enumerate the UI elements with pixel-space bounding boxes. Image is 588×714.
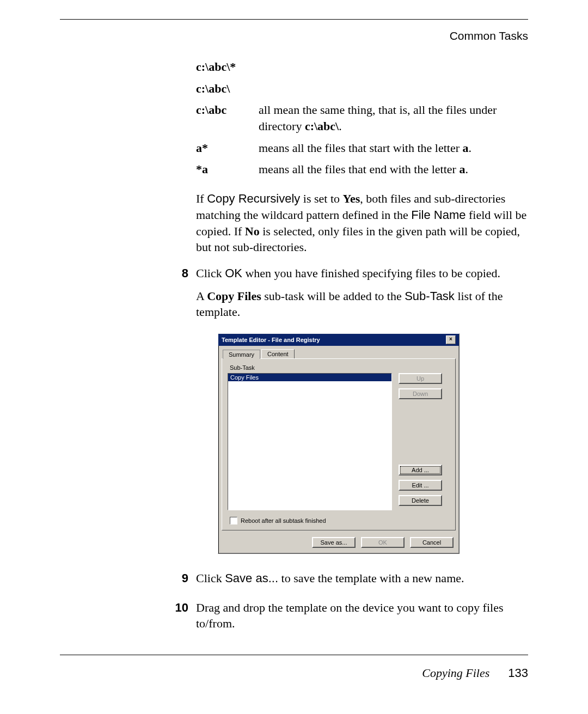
step-number: 8 <box>172 265 188 327</box>
subtask-list[interactable]: Copy Files <box>228 373 392 510</box>
reboot-checkbox[interactable] <box>230 517 237 524</box>
step-9: 9 Click Save as... to save the template … <box>196 570 528 593</box>
edit-button[interactable]: Edit ... <box>399 480 442 491</box>
dialog-titlebar[interactable]: Template Editor - File and Registry × <box>218 334 459 346</box>
tab-content[interactable]: Content <box>261 349 295 358</box>
dialog-title: Template Editor - File and Registry <box>222 337 320 343</box>
def-term: c:\abc <box>196 102 259 139</box>
ok-button[interactable]: OK <box>361 537 405 548</box>
reboot-checkbox-label: Reboot after all subtask finished <box>241 517 326 524</box>
list-item[interactable]: Copy Files <box>228 374 391 381</box>
close-icon[interactable]: × <box>446 335 456 344</box>
bottom-rule <box>60 655 528 655</box>
def-desc: means all the files that start with the … <box>259 140 528 162</box>
header-section: Common Tasks <box>60 29 528 42</box>
step-number: 9 <box>172 570 188 593</box>
top-rule <box>60 19 528 20</box>
def-term: *a <box>196 161 259 183</box>
up-button[interactable]: Up <box>399 373 442 384</box>
cancel-button[interactable]: Cancel <box>410 537 454 548</box>
copy-recursively-note: If Copy Recursively is set to Yes, both … <box>196 191 528 255</box>
def-term: c:\abc\* <box>196 59 259 81</box>
save-as-button[interactable]: Save as... <box>312 537 356 548</box>
delete-button[interactable]: Delete <box>399 495 442 506</box>
def-desc: means all the files that end with the le… <box>259 161 528 183</box>
step-8: 8 Click OK when you have finished specif… <box>196 265 528 327</box>
def-term: a* <box>196 140 259 162</box>
def-term: c:\abc\ <box>196 81 259 102</box>
page-number: 133 <box>508 666 528 680</box>
tab-summary[interactable]: Summary <box>223 350 260 359</box>
down-button[interactable]: Down <box>399 388 442 399</box>
def-desc: all mean the same thing, that is, all th… <box>259 102 528 139</box>
footer-title: Copying Files <box>422 666 489 680</box>
template-editor-dialog: Template Editor - File and Registry × Su… <box>218 333 460 554</box>
wildcard-definitions: c:\abc\* c:\abc\ c:\abc all mean the sam… <box>196 59 528 183</box>
add-button[interactable]: Add ... <box>399 465 442 475</box>
step-number: 10 <box>172 600 188 638</box>
step-10: 10 Drag and drop the template on the dev… <box>196 600 528 638</box>
subtask-label: Sub-Task <box>230 364 450 371</box>
